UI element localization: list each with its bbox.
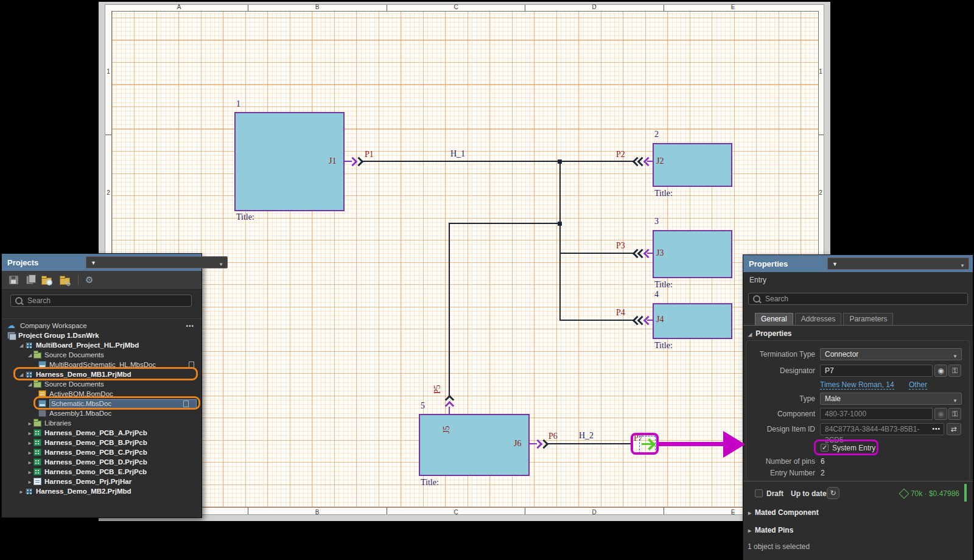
section-mated-pins[interactable]: Mated Pins bbox=[748, 526, 793, 534]
tab-general[interactable]: General bbox=[755, 313, 793, 325]
tree-item-libraries[interactable]: Libraries bbox=[2, 418, 201, 428]
tree-item-assembly[interactable]: Assembly1.MbaDoc bbox=[2, 408, 201, 418]
block-title-label: Title: bbox=[236, 213, 254, 222]
properties-panel: Properties Entry Search General Addresse… bbox=[743, 255, 973, 560]
status-bar: 1 object is selected bbox=[748, 542, 810, 551]
draft-checkbox[interactable] bbox=[755, 489, 763, 497]
swap-icon[interactable]: ⇄ bbox=[947, 423, 961, 435]
multiboard-project-icon bbox=[25, 341, 33, 349]
tree-item-harness-demo-mb2[interactable]: Harness_Demo_MB2.PrjMbd bbox=[2, 486, 201, 496]
gear-icon[interactable] bbox=[85, 276, 94, 284]
collapse-arrow-icon[interactable] bbox=[26, 430, 33, 436]
harness-label-h1[interactable]: H_1 bbox=[450, 150, 465, 158]
projects-titlebar[interactable]: Projects bbox=[2, 254, 201, 271]
harness-wire-drop-p5[interactable] bbox=[449, 223, 450, 396]
search-icon bbox=[753, 295, 760, 303]
multiboard-project-icon bbox=[25, 488, 33, 495]
pcb-project-icon bbox=[33, 439, 41, 446]
panel-menu-button[interactable] bbox=[86, 256, 228, 268]
harness-wire-trunk[interactable] bbox=[559, 161, 561, 321]
tree-item-pcb-c[interactable]: Harness_Demo_PCB_C.PrjPcb bbox=[2, 447, 201, 457]
magenta-arrow-icon bbox=[723, 431, 745, 458]
harness-project-icon bbox=[33, 478, 41, 485]
collapse-arrow-icon[interactable] bbox=[26, 420, 33, 427]
eye-slash-icon[interactable]: ◉ bbox=[934, 408, 947, 420]
harness-label-h2[interactable]: H_2 bbox=[579, 432, 594, 440]
object-type-label: Entry bbox=[749, 276, 766, 284]
section-mated-component[interactable]: Mated Component bbox=[748, 508, 819, 517]
design-item-id-row: Design Item ID •••84C8773A-3844-4B73-85B… bbox=[743, 423, 973, 435]
collapse-arrow-icon[interactable] bbox=[26, 469, 33, 475]
design-item-id-field[interactable]: •••84C8773A-3844-4B73-85B1-2CD5 bbox=[820, 423, 944, 435]
magenta-arrow-shaft bbox=[659, 442, 726, 446]
module-block-j3[interactable] bbox=[653, 230, 732, 278]
harness-wire-h2[interactable] bbox=[548, 443, 631, 444]
tab-parameters[interactable]: Parameters bbox=[843, 313, 893, 325]
block-number: 5 bbox=[421, 402, 425, 410]
module-block-j1[interactable] bbox=[234, 112, 345, 211]
eye-icon[interactable]: ◉ bbox=[934, 365, 947, 377]
properties-search-input[interactable]: Search bbox=[748, 293, 968, 305]
harness-wire-branch-p4[interactable] bbox=[560, 320, 634, 321]
tree-item-pcb-b[interactable]: Harness_Demo_PCB_B.PrjPcb bbox=[2, 438, 201, 447]
port-stub bbox=[647, 161, 653, 162]
save-icon[interactable] bbox=[9, 276, 18, 284]
font-link[interactable]: Times New Roman, 14 bbox=[820, 380, 894, 390]
refresh-icon[interactable]: ↻ bbox=[827, 487, 839, 499]
collapse-arrow-icon[interactable] bbox=[26, 478, 33, 485]
project-settings-folder-icon[interactable] bbox=[60, 278, 70, 285]
expand-arrow-icon[interactable] bbox=[18, 343, 25, 348]
block-title-label: Title: bbox=[654, 341, 673, 350]
section-properties[interactable]: Properties bbox=[748, 329, 792, 338]
search-placeholder: Search bbox=[27, 296, 51, 305]
unlock-icon[interactable]: ⚿ bbox=[948, 408, 961, 420]
tree-item-project-group[interactable]: Project Group 1.DsnWrk bbox=[2, 331, 201, 340]
block-designator: J3 bbox=[656, 249, 664, 257]
harness-wire-branch-p5[interactable] bbox=[449, 223, 561, 224]
chevron-up-icon bbox=[445, 395, 455, 405]
termination-type-select[interactable]: Connector bbox=[820, 348, 962, 360]
properties-tabs: General Addresses Parameters bbox=[743, 313, 973, 326]
tree-item-pcb-a[interactable]: Harness_Demo_PCB_A.PrjPcb bbox=[2, 428, 201, 438]
type-select[interactable]: Male bbox=[820, 393, 962, 405]
open-project-folder-icon[interactable] bbox=[41, 278, 52, 285]
module-block-j6[interactable] bbox=[419, 414, 530, 476]
properties-titlebar[interactable]: Properties bbox=[743, 255, 973, 272]
tree-item-multiboard-project[interactable]: MultiBoard_Project_HL.PrjMbd bbox=[2, 340, 201, 350]
magenta-callout-p7 bbox=[631, 433, 659, 455]
collapse-arrow-icon[interactable] bbox=[18, 488, 25, 495]
designator-field[interactable]: P7 bbox=[820, 365, 933, 377]
module-block-j2[interactable] bbox=[653, 143, 732, 187]
cloud-icon bbox=[7, 322, 17, 329]
pcb-project-icon bbox=[33, 429, 41, 436]
ellipsis-button[interactable]: ••• bbox=[932, 424, 941, 435]
tab-addresses[interactable]: Addresses bbox=[795, 313, 842, 325]
unlock-icon[interactable]: ⚿ bbox=[948, 365, 961, 377]
expand-arrow-icon[interactable] bbox=[26, 352, 33, 358]
tree-item-workspace[interactable]: Company Workspace bbox=[2, 321, 201, 331]
collapse-arrow-icon[interactable] bbox=[26, 439, 33, 446]
collapse-arrow-icon[interactable] bbox=[26, 459, 33, 466]
panel-menu-button[interactable] bbox=[827, 257, 969, 270]
tree-item-source-documents[interactable]: Source Documents bbox=[2, 350, 201, 360]
block-designator: J1 bbox=[329, 157, 336, 166]
expand-arrow-icon[interactable] bbox=[26, 382, 33, 387]
module-block-j4[interactable] bbox=[653, 303, 732, 339]
tree-item-prjhar[interactable]: Harness_Demo_Prj.PrjHar bbox=[2, 477, 201, 486]
component-field[interactable]: 480-37-1000 bbox=[820, 408, 933, 420]
tree-item-pcb-e[interactable]: Harness_Demo_PCB_E.PrjPcb bbox=[2, 467, 201, 477]
search-placeholder: Search bbox=[765, 295, 788, 303]
workspace-menu-button[interactable] bbox=[186, 322, 194, 329]
entry-number-value: 2 bbox=[821, 468, 825, 478]
termination-type-row: Termination Type Connector bbox=[743, 348, 973, 360]
tree-item-pcb-d[interactable]: Harness_Demo_PCB_D.PrjPcb bbox=[2, 457, 201, 467]
entry-number-row: Entry Number 2 bbox=[743, 468, 973, 480]
block-title-label: Title: bbox=[654, 281, 673, 289]
tree-item-source-documents-2[interactable]: Source Documents bbox=[2, 379, 201, 389]
collapse-arrow-icon[interactable] bbox=[26, 449, 33, 456]
harness-wire-branch-p3[interactable] bbox=[560, 253, 634, 254]
harness-wire-h1[interactable] bbox=[362, 161, 634, 162]
projects-search-input[interactable]: Search bbox=[10, 295, 192, 307]
copy-documents-icon[interactable] bbox=[26, 276, 33, 284]
other-link[interactable]: Other bbox=[909, 380, 927, 390]
